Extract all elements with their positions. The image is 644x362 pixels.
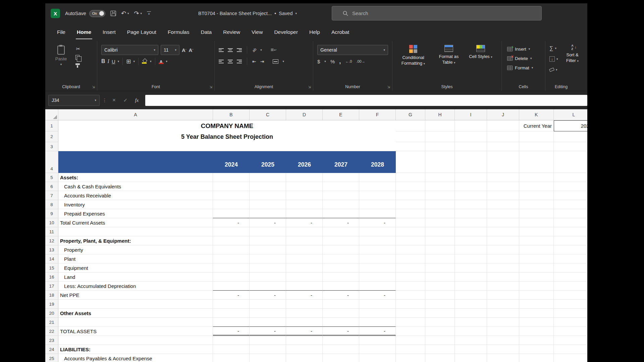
clipboard-dialog-launcher[interactable]	[92, 85, 95, 89]
cell-E22[interactable]: -	[323, 327, 359, 336]
increase-indent-button[interactable]	[260, 59, 264, 64]
save-button[interactable]	[110, 11, 116, 16]
cell-A24[interactable]: LIABILITIES:	[58, 345, 213, 354]
font-name-combo[interactable]: Calibri	[101, 45, 158, 55]
tab-help[interactable]: Help	[304, 23, 326, 41]
cell-D25[interactable]	[286, 354, 323, 362]
cell-B18[interactable]: -	[213, 291, 250, 300]
cell-E15[interactable]	[323, 263, 359, 273]
comma-style-button[interactable]	[339, 58, 341, 65]
cell-K16[interactable]	[519, 273, 554, 282]
cell-A6[interactable]: Cash & Cash Equivalents	[58, 182, 213, 191]
tab-page-layout[interactable]: Page Layout	[121, 23, 162, 41]
cell-F20[interactable]	[359, 309, 396, 318]
cell-D8[interactable]	[286, 200, 323, 209]
cell-L23[interactable]	[554, 336, 587, 345]
cell-A10[interactable]: Total Current Assets	[58, 218, 213, 227]
cell-F15[interactable]	[359, 263, 396, 273]
cell-C12[interactable]	[250, 236, 286, 245]
column-header-I[interactable]: I	[455, 109, 487, 120]
row-header-16[interactable]: 16	[45, 273, 58, 282]
cell-B24[interactable]	[213, 345, 250, 354]
cell-J6[interactable]	[487, 182, 519, 191]
cell-E9[interactable]	[323, 209, 359, 218]
cell-H17[interactable]	[425, 282, 455, 291]
format-as-table-button[interactable]: Format as Table	[433, 45, 464, 66]
search-input[interactable]	[352, 10, 486, 16]
cell-K12[interactable]	[519, 236, 554, 245]
cell-A13[interactable]: Property	[58, 245, 213, 254]
row-header-12[interactable]: 12	[45, 236, 58, 245]
cell-H10[interactable]	[425, 218, 455, 227]
cell-F4[interactable]: 2028	[359, 151, 396, 173]
select-all-corner[interactable]	[45, 109, 58, 120]
cell-L2[interactable]	[554, 131, 587, 142]
cell-F19[interactable]	[359, 300, 396, 309]
cell-A18[interactable]: Net PPE	[58, 291, 213, 300]
cell-H6[interactable]	[425, 182, 455, 191]
column-header-J[interactable]: J	[487, 109, 519, 120]
cell-L15[interactable]	[554, 263, 587, 273]
cell-A4[interactable]	[58, 151, 213, 173]
cell-K2[interactable]	[519, 131, 554, 142]
cell-H15[interactable]	[425, 263, 455, 273]
cell-G6[interactable]	[396, 182, 425, 191]
cell-D11[interactable]	[286, 227, 323, 236]
cell-A12[interactable]: Property, Plant, & Equipment:	[58, 236, 213, 245]
cell-J22[interactable]	[487, 327, 519, 336]
excel-app-icon[interactable]	[51, 9, 60, 18]
cell-J15[interactable]	[487, 263, 519, 273]
row-header-5[interactable]: 5	[45, 173, 58, 182]
cell-D7[interactable]	[286, 191, 323, 200]
paste-button[interactable]: Paste	[51, 44, 71, 66]
cell-H21[interactable]	[425, 318, 455, 327]
cell-L3[interactable]	[554, 142, 587, 151]
cell-I12[interactable]	[455, 236, 487, 245]
cell-L20[interactable]	[554, 309, 587, 318]
row-header-19[interactable]: 19	[45, 300, 58, 309]
cell-B16[interactable]	[213, 273, 250, 282]
cell-I11[interactable]	[455, 227, 487, 236]
merge-center-caret-icon[interactable]	[282, 60, 284, 63]
conditional-formatting-button[interactable]: Conditional Formatting	[398, 45, 429, 66]
cell-C20[interactable]	[250, 309, 286, 318]
column-header-H[interactable]: H	[425, 109, 455, 120]
cell-A15[interactable]: Equipment	[58, 263, 213, 273]
cell-I14[interactable]	[455, 254, 487, 263]
cell-L10[interactable]	[554, 218, 587, 227]
decrease-font-size-button[interactable]: Aˇ	[189, 47, 194, 53]
cell-D12[interactable]	[286, 236, 323, 245]
cell-G7[interactable]	[396, 191, 425, 200]
cell-J13[interactable]	[487, 245, 519, 254]
name-box[interactable]: J34	[48, 95, 100, 106]
cell-A14[interactable]: Plant	[58, 254, 213, 263]
cell-C7[interactable]	[250, 191, 286, 200]
cell-B9[interactable]	[213, 209, 250, 218]
column-header-D[interactable]: D	[286, 109, 323, 120]
cell-D15[interactable]	[286, 263, 323, 273]
tab-insert[interactable]: Insert	[97, 23, 121, 41]
cell-F11[interactable]	[359, 227, 396, 236]
increase-font-size-button[interactable]: Aˆ	[182, 47, 186, 53]
wrap-text-button[interactable]	[271, 47, 274, 53]
cell-J24[interactable]	[487, 345, 519, 354]
cell-C9[interactable]	[250, 209, 286, 218]
increase-decimal-button[interactable]	[345, 59, 352, 63]
cell-K9[interactable]	[519, 209, 554, 218]
cell-H20[interactable]	[425, 309, 455, 318]
cell-D18[interactable]: -	[286, 291, 323, 300]
cell-I21[interactable]	[455, 318, 487, 327]
cell-G3[interactable]	[396, 142, 425, 151]
cell-E16[interactable]	[323, 273, 359, 282]
cell-E24[interactable]	[323, 345, 359, 354]
cell-E18[interactable]: -	[323, 291, 359, 300]
cell-D9[interactable]	[286, 209, 323, 218]
cell-C21[interactable]	[250, 318, 286, 327]
cell-I7[interactable]	[455, 191, 487, 200]
cell-K6[interactable]	[519, 182, 554, 191]
cell-I2[interactable]	[455, 131, 487, 142]
tab-home[interactable]: Home	[71, 23, 97, 41]
cell-G20[interactable]	[396, 309, 425, 318]
cell-B17[interactable]	[213, 282, 250, 291]
cell-I20[interactable]	[455, 309, 487, 318]
